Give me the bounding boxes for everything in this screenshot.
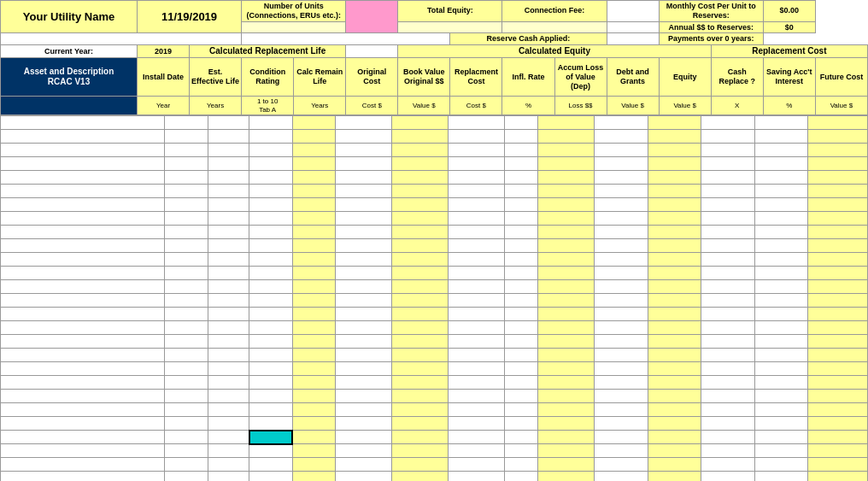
data-cell[interactable] bbox=[208, 376, 249, 390]
data-cell[interactable] bbox=[505, 280, 537, 294]
data-cell[interactable] bbox=[701, 280, 755, 294]
data-cell[interactable] bbox=[249, 212, 293, 226]
data-cell[interactable] bbox=[808, 376, 868, 390]
data-cell[interactable] bbox=[537, 144, 594, 157]
data-cell[interactable] bbox=[392, 144, 449, 157]
data-cell[interactable] bbox=[392, 349, 449, 362]
data-cell[interactable] bbox=[165, 253, 208, 267]
data-cell[interactable] bbox=[249, 280, 293, 294]
data-cell[interactable] bbox=[754, 376, 808, 390]
data-cell[interactable] bbox=[208, 321, 249, 335]
data-cell[interactable] bbox=[537, 390, 594, 403]
num-units-value[interactable] bbox=[346, 1, 398, 33]
data-cell[interactable] bbox=[505, 472, 537, 481]
data-cell[interactable] bbox=[208, 417, 249, 431]
data-cell[interactable] bbox=[648, 390, 701, 403]
data-cell[interactable] bbox=[208, 239, 249, 253]
data-cell[interactable] bbox=[449, 253, 505, 267]
data-cell[interactable] bbox=[449, 349, 505, 362]
data-cell[interactable] bbox=[648, 280, 701, 294]
data-cell[interactable] bbox=[505, 335, 537, 349]
data-cell[interactable] bbox=[208, 226, 249, 239]
data-cell[interactable] bbox=[537, 253, 594, 267]
data-cell[interactable] bbox=[808, 171, 868, 185]
data-cell[interactable] bbox=[505, 294, 537, 308]
data-cell[interactable] bbox=[292, 185, 336, 198]
data-cell[interactable] bbox=[392, 308, 449, 321]
data-cell[interactable] bbox=[648, 362, 701, 376]
data-cell[interactable] bbox=[537, 349, 594, 362]
data-cell[interactable] bbox=[537, 116, 594, 130]
data-cell[interactable] bbox=[392, 130, 449, 144]
data-cell[interactable] bbox=[595, 362, 648, 376]
data-cell[interactable] bbox=[165, 226, 208, 239]
data-cell[interactable] bbox=[249, 472, 293, 481]
data-cell[interactable] bbox=[392, 376, 449, 390]
data-cell[interactable] bbox=[701, 349, 755, 362]
data-cell[interactable] bbox=[165, 144, 208, 157]
data-cell[interactable] bbox=[165, 403, 208, 417]
data-cell[interactable] bbox=[505, 239, 537, 253]
data-cell[interactable] bbox=[292, 403, 336, 417]
data-cell[interactable] bbox=[392, 321, 449, 335]
data-cell[interactable] bbox=[336, 417, 392, 431]
data-cell[interactable] bbox=[249, 335, 293, 349]
data-cell[interactable] bbox=[537, 321, 594, 335]
data-cell[interactable] bbox=[505, 308, 537, 321]
data-cell[interactable] bbox=[808, 458, 868, 472]
data-cell[interactable] bbox=[208, 458, 249, 472]
data-cell[interactable] bbox=[808, 267, 868, 280]
data-cell[interactable] bbox=[1, 308, 165, 321]
data-cell[interactable] bbox=[754, 185, 808, 198]
data-cell[interactable] bbox=[292, 444, 336, 458]
data-cell[interactable] bbox=[808, 294, 868, 308]
data-cell[interactable] bbox=[505, 130, 537, 144]
data-cell[interactable] bbox=[336, 171, 392, 185]
data-cell[interactable] bbox=[392, 280, 449, 294]
data-cell[interactable] bbox=[505, 144, 537, 157]
data-cell[interactable] bbox=[754, 417, 808, 431]
data-cell[interactable] bbox=[1, 253, 165, 267]
data-cell[interactable] bbox=[537, 444, 594, 458]
data-cell[interactable] bbox=[292, 431, 336, 444]
data-cell[interactable] bbox=[1, 417, 165, 431]
data-cell[interactable] bbox=[648, 472, 701, 481]
data-cell[interactable] bbox=[537, 403, 594, 417]
data-cell[interactable] bbox=[165, 157, 208, 171]
data-cell[interactable] bbox=[537, 226, 594, 239]
data-cell[interactable] bbox=[292, 157, 336, 171]
data-cell[interactable] bbox=[754, 458, 808, 472]
data-cell[interactable] bbox=[537, 362, 594, 376]
data-cell[interactable] bbox=[595, 144, 648, 157]
data-cell[interactable] bbox=[292, 335, 336, 349]
data-cell[interactable] bbox=[249, 362, 293, 376]
data-cell[interactable] bbox=[336, 458, 392, 472]
data-cell[interactable] bbox=[754, 349, 808, 362]
data-cell[interactable] bbox=[537, 280, 594, 294]
data-cell[interactable] bbox=[595, 157, 648, 171]
data-cell[interactable] bbox=[392, 417, 449, 431]
data-cell[interactable] bbox=[336, 362, 392, 376]
data-cell[interactable] bbox=[808, 390, 868, 403]
data-cell[interactable] bbox=[648, 308, 701, 321]
data-cell[interactable] bbox=[537, 239, 594, 253]
data-cell[interactable] bbox=[808, 212, 868, 226]
data-cell[interactable] bbox=[1, 226, 165, 239]
data-cell[interactable] bbox=[449, 431, 505, 444]
data-cell[interactable] bbox=[292, 130, 336, 144]
data-cell[interactable] bbox=[292, 171, 336, 185]
data-cell[interactable] bbox=[808, 280, 868, 294]
data-cell[interactable] bbox=[595, 116, 648, 130]
data-cell[interactable] bbox=[1, 335, 165, 349]
data-cell[interactable] bbox=[595, 308, 648, 321]
data-cell[interactable] bbox=[701, 335, 755, 349]
data-cell[interactable] bbox=[208, 267, 249, 280]
data-cell[interactable] bbox=[754, 212, 808, 226]
data-cell[interactable] bbox=[754, 444, 808, 458]
data-cell[interactable] bbox=[537, 267, 594, 280]
data-cell[interactable] bbox=[505, 444, 537, 458]
data-cell[interactable] bbox=[754, 198, 808, 212]
data-cell[interactable] bbox=[249, 171, 293, 185]
data-cell[interactable] bbox=[754, 171, 808, 185]
data-cell[interactable] bbox=[1, 198, 165, 212]
